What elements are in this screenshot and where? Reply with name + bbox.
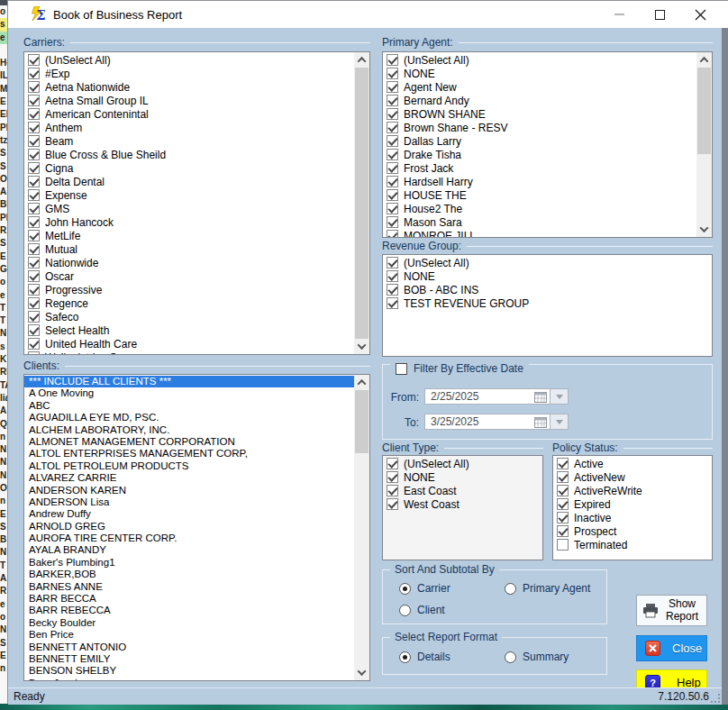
carrier-item[interactable]: (UnSelect All) [24, 53, 354, 67]
policy-status-item[interactable]: Prospect [553, 524, 712, 538]
checkbox-icon[interactable] [28, 162, 40, 174]
client-type-item[interactable]: (UnSelect All) [383, 457, 542, 470]
client-item[interactable]: ALMONET MANAGEMENT CORPORATION [24, 436, 354, 448]
checkbox-icon[interactable] [557, 512, 569, 523]
carrier-item[interactable]: Safeco [24, 310, 354, 323]
radio-icon[interactable] [399, 605, 411, 616]
revenue-group-item[interactable]: BOB - ABC INS [383, 283, 712, 296]
checkbox-icon[interactable] [28, 351, 40, 354]
checkbox-icon[interactable] [28, 95, 40, 106]
primary-agent-item[interactable]: HOUSE THE [383, 188, 696, 202]
client-type-listbox[interactable]: (UnSelect All) NONE East Coast W [382, 455, 543, 560]
checkbox-icon[interactable] [28, 203, 40, 214]
checkbox-icon[interactable] [28, 257, 40, 269]
revenue-group-item[interactable]: (UnSelect All) [383, 256, 712, 269]
checkbox-icon[interactable] [28, 176, 40, 187]
carrier-item[interactable]: Expense [24, 188, 354, 202]
to-date-field[interactable]: 3/25/2025 [424, 414, 551, 430]
checkbox-icon[interactable] [387, 485, 398, 496]
checkbox-icon[interactable] [28, 216, 40, 228]
carriers-listbox[interactable]: (UnSelect All) #Exp Aetna Nationwide [23, 51, 370, 355]
checkbox-icon[interactable] [387, 284, 398, 296]
radio-summary[interactable]: Summary [505, 651, 569, 663]
client-item[interactable]: ALTOL ENTERPRISES MANAGEMENT CORP, [24, 448, 354, 460]
radio-icon[interactable] [399, 583, 411, 595]
client-item[interactable]: Ben Price [24, 629, 354, 641]
checkbox-icon[interactable] [387, 216, 398, 228]
checkbox-icon[interactable] [28, 297, 40, 309]
policy-status-item[interactable]: ActiveNew [553, 470, 712, 484]
carrier-item[interactable]: #Exp [24, 67, 354, 80]
checkbox-icon[interactable] [28, 243, 40, 255]
checkbox-icon[interactable] [28, 149, 40, 160]
checkbox-icon[interactable] [387, 203, 398, 214]
carrier-item[interactable]: Anthem [24, 121, 354, 134]
client-item[interactable]: BENNETT EMILY [24, 653, 354, 665]
client-item[interactable]: ALVAREZ CARRIE [24, 472, 354, 484]
carrier-item[interactable]: Aetna Small Group IL [24, 94, 354, 107]
carrier-item[interactable]: John Hancock [24, 215, 354, 229]
carrier-item[interactable]: Blue Cross & Blue Sheild [24, 148, 354, 161]
client-item[interactable]: AGUADILLA EYE MD, PSC. [24, 412, 354, 423]
checkbox-icon[interactable] [28, 270, 40, 282]
checkbox-icon[interactable] [557, 458, 569, 469]
scroll-up-button[interactable] [696, 52, 712, 68]
client-item[interactable]: ANDERSON KAREN [24, 485, 354, 496]
carrier-item[interactable]: Oscar [24, 269, 354, 283]
checkbox-icon[interactable] [387, 54, 398, 66]
revenue-group-listbox[interactable]: (UnSelect All) NONE BOB - ABC INS [382, 254, 713, 357]
policy-status-item[interactable]: Active [553, 457, 712, 470]
client-item[interactable]: Becky Boulder [24, 617, 354, 629]
close-window-button[interactable] [680, 1, 721, 28]
filter-by-effective-date-checkbox[interactable]: Filter By Effective Date [390, 362, 529, 375]
checkbox-icon[interactable] [28, 230, 40, 241]
maximize-button[interactable] [640, 1, 680, 28]
client-item[interactable]: *** INCLUDE ALL CLIENTS *** [24, 376, 354, 387]
checkbox-icon[interactable] [387, 458, 398, 469]
client-item[interactable]: BENSON SHELBY [24, 665, 354, 677]
client-item[interactable]: BENNETT ANTONIO [24, 642, 354, 653]
carrier-item[interactable]: Regence [24, 296, 354, 310]
client-item[interactable]: ARNOLD GREG [24, 521, 354, 532]
client-item[interactable]: ALCHEM LABORATORY, INC. [24, 424, 354, 436]
resize-grip[interactable] [710, 693, 721, 704]
checkbox-icon[interactable] [557, 525, 569, 537]
client-item[interactable]: BARR REBECCA [24, 605, 354, 616]
client-item[interactable]: A One Moving [24, 387, 354, 399]
primary-agent-item[interactable]: Mason Sara [383, 215, 696, 229]
carrier-item[interactable]: Aetna Nationwide [24, 80, 354, 94]
checkbox-icon[interactable] [387, 189, 398, 201]
clients-listbox[interactable]: *** INCLUDE ALL CLIENTS *** A One Moving… [23, 374, 370, 681]
primary-agent-item[interactable]: Hardsell Harry [383, 175, 696, 188]
checkbox-icon[interactable] [387, 95, 398, 106]
scrollbar-thumb[interactable] [697, 68, 711, 154]
radio-primary-agent[interactable]: Primary Agent [505, 582, 590, 595]
primary-agent-scrollbar[interactable] [696, 52, 712, 237]
calendar-icon[interactable] [534, 416, 547, 428]
radio-icon[interactable] [505, 583, 516, 595]
title-bar[interactable]: Σ Book of Business Report [8, 1, 728, 28]
checkbox-icon[interactable] [387, 68, 398, 79]
checkbox-icon[interactable] [387, 135, 398, 147]
checkbox-icon[interactable] [28, 68, 40, 79]
checkbox-icon[interactable] [387, 162, 398, 174]
checkbox-icon[interactable] [28, 189, 40, 201]
calendar-icon[interactable] [534, 391, 547, 403]
radio-client[interactable]: Client [399, 604, 445, 616]
policy-status-item[interactable]: Inactive [553, 511, 712, 524]
checkbox-icon[interactable] [28, 135, 40, 147]
checkbox-icon[interactable] [28, 338, 40, 350]
primary-agent-item[interactable]: House2 The [383, 202, 696, 215]
primary-agent-item[interactable]: Bernard Andy [383, 94, 696, 107]
carrier-item[interactable]: United Health Care [24, 337, 354, 350]
checkbox-icon[interactable] [387, 176, 398, 187]
checkbox-icon[interactable] [387, 149, 398, 160]
scroll-up-button[interactable] [354, 375, 369, 390]
primary-agent-item[interactable]: MONROE JILL [383, 229, 696, 237]
carrier-item[interactable]: Mutual [24, 242, 354, 256]
client-item[interactable]: BARR BECCA [24, 593, 354, 605]
checkbox-icon[interactable] [387, 230, 398, 237]
radio-icon[interactable] [505, 651, 516, 663]
primary-agent-item[interactable]: NONE [383, 67, 696, 80]
client-item[interactable]: AYALA BRANDY [24, 544, 354, 556]
